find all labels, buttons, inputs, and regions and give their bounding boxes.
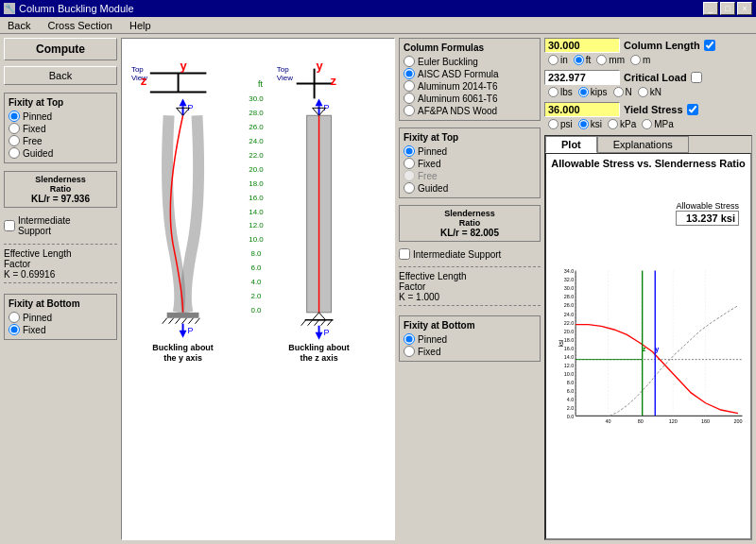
unit-N[interactable]: N [613, 87, 632, 97]
unit-kN[interactable]: kN [638, 87, 662, 97]
yield-stress-checkbox[interactable] [687, 104, 698, 115]
compute-button[interactable]: Compute [4, 38, 117, 60]
yield-stress-label: Yield Stress [624, 104, 683, 115]
unit-in[interactable]: in [548, 55, 568, 65]
fixity-top-free[interactable]: Free [9, 135, 112, 146]
minimize-button[interactable]: _ [703, 2, 718, 15]
svg-text:30.0: 30.0 [564, 285, 575, 291]
svg-text:Top: Top [277, 65, 289, 74]
svg-text:24.0: 24.0 [564, 312, 575, 317]
formula-al6061[interactable]: Aluminum 6061-T6 [404, 93, 536, 104]
slenderness-value-mid: KL/r = 82.005 [403, 228, 537, 238]
menu-back[interactable]: Back [4, 19, 34, 32]
column-length-checkbox[interactable] [704, 40, 715, 51]
svg-line-54 [301, 320, 306, 326]
svg-line-55 [308, 320, 313, 326]
svg-line-30 [169, 318, 174, 324]
svg-marker-36 [180, 331, 187, 338]
svg-text:18.0: 18.0 [249, 179, 264, 188]
svg-line-33 [189, 318, 194, 324]
formula-euler[interactable]: Euler Buckling [404, 56, 536, 67]
unit-kPa[interactable]: kPa [608, 119, 636, 129]
fixity-top-guided[interactable]: Guided [9, 147, 112, 159]
fixity-bottom-pinned-mid[interactable]: Pinned [404, 333, 536, 345]
menu-help[interactable]: Help [126, 19, 155, 32]
svg-text:Buckling about: Buckling about [288, 343, 349, 352]
critical-load-checkbox[interactable] [691, 72, 702, 83]
unit-MPa[interactable]: MPa [642, 119, 674, 129]
mid-panel: Column Formulas Euler Buckling AISC ASD … [399, 38, 541, 540]
svg-text:y: y [180, 59, 188, 73]
unit-lbs[interactable]: lbs [548, 87, 573, 97]
svg-text:Top: Top [131, 65, 144, 74]
unit-m[interactable]: m [630, 55, 650, 65]
svg-rect-28 [167, 313, 199, 318]
maximize-button[interactable]: □ [720, 2, 735, 15]
svg-text:30.0: 30.0 [249, 94, 264, 103]
fixity-bottom-fixed-left[interactable]: Fixed [9, 324, 112, 335]
fixity-top-pinned[interactable]: Pinned [9, 110, 112, 122]
plot-area: Plot Explanations Allowable Stress vs. S… [544, 135, 752, 540]
formula-al2014[interactable]: Aluminum 2014-T6 [404, 80, 536, 92]
fixity-top-free-mid: Free [404, 170, 536, 181]
svg-line-34 [195, 318, 199, 324]
unit-mm[interactable]: mm [596, 55, 625, 65]
svg-line-29 [163, 318, 167, 324]
slenderness-box-mid: Slenderness Ratio KL/r = 82.005 [399, 205, 541, 242]
eff-length-value-left: K = 0.69916 [4, 269, 117, 280]
column-length-group: Column Length in ft mm m [544, 38, 752, 65]
left-panel: Compute Back Fixity at Top Pinned Fixed … [4, 38, 117, 540]
yield-stress-group: Yield Stress psi ksi kPa MPa [544, 102, 752, 129]
svg-text:the y axis: the y axis [163, 353, 202, 363]
unit-kips[interactable]: kips [578, 87, 608, 97]
unit-psi[interactable]: psi [548, 119, 573, 129]
svg-text:120: 120 [669, 418, 678, 424]
svg-marker-60 [316, 332, 323, 340]
yield-stress-input[interactable] [544, 102, 620, 117]
tab-explanations[interactable]: Explanations [597, 136, 689, 153]
svg-text:14.0: 14.0 [249, 208, 264, 216]
svg-text:200: 200 [733, 418, 742, 424]
allowable-stress-label: Allowable Stress 13.237 ksi [676, 201, 739, 226]
menu-cross-section[interactable]: Cross Section [43, 19, 115, 32]
diagram-canvas: ft 30.0 28.0 26.0 24.0 22.0 20.0 18.0 16… [121, 38, 395, 540]
critical-load-input[interactable] [544, 70, 620, 85]
tab-plot[interactable]: Plot [545, 136, 597, 153]
svg-marker-24 [180, 98, 187, 106]
svg-text:P: P [188, 326, 194, 335]
svg-text:ft: ft [258, 79, 263, 89]
intermediate-support-mid[interactable]: Intermediate Support [399, 248, 541, 260]
svg-text:P: P [324, 328, 330, 337]
svg-text:2.0: 2.0 [567, 405, 575, 411]
eff-length-left: Effective Length Factor K = 0.69916 [4, 244, 117, 286]
unit-ft[interactable]: ft [574, 55, 592, 65]
close-button[interactable]: × [737, 2, 752, 15]
fixity-bottom-pinned-left[interactable]: Pinned [9, 312, 112, 323]
column-formulas-label: Column Formulas [404, 42, 536, 53]
eff-length-value-mid: K = 1.000 [399, 292, 541, 302]
svg-marker-46 [316, 98, 323, 106]
svg-text:40: 40 [605, 418, 610, 424]
svg-text:0.0: 0.0 [250, 306, 262, 314]
unit-ksi[interactable]: ksi [578, 119, 602, 129]
fixity-top-section: Fixity at Top Pinned Fixed Free Guided [4, 93, 117, 163]
fixity-top-mid: Fixity at Top Pinned Fixed Free Guided [399, 128, 541, 198]
fixity-top-guided-mid[interactable]: Guided [404, 182, 536, 194]
fixity-top-pinned-mid[interactable]: Pinned [404, 145, 536, 157]
intermediate-support-left[interactable]: IntermediateSupport [4, 215, 117, 236]
diagram-svg: ft 30.0 28.0 26.0 24.0 22.0 20.0 18.0 16… [122, 39, 394, 539]
app-icon: 🔧 [4, 3, 15, 14]
svg-text:26.0: 26.0 [564, 302, 575, 308]
svg-text:z: z [330, 74, 336, 88]
svg-text:4.0: 4.0 [567, 397, 575, 402]
fixity-top-fixed[interactable]: Fixed [9, 123, 112, 134]
formula-wood[interactable]: AF&PA NDS Wood [404, 105, 536, 116]
svg-text:10.0: 10.0 [564, 371, 575, 377]
fixity-bottom-fixed-mid[interactable]: Fixed [404, 346, 536, 357]
fixity-top-fixed-mid[interactable]: Fixed [404, 158, 536, 169]
formula-aisc[interactable]: AISC ASD Formula [404, 68, 536, 79]
svg-text:4.0: 4.0 [250, 278, 262, 286]
column-length-input[interactable] [544, 38, 620, 53]
svg-text:ksi: ksi [558, 340, 564, 348]
back-button[interactable]: Back [4, 66, 117, 85]
